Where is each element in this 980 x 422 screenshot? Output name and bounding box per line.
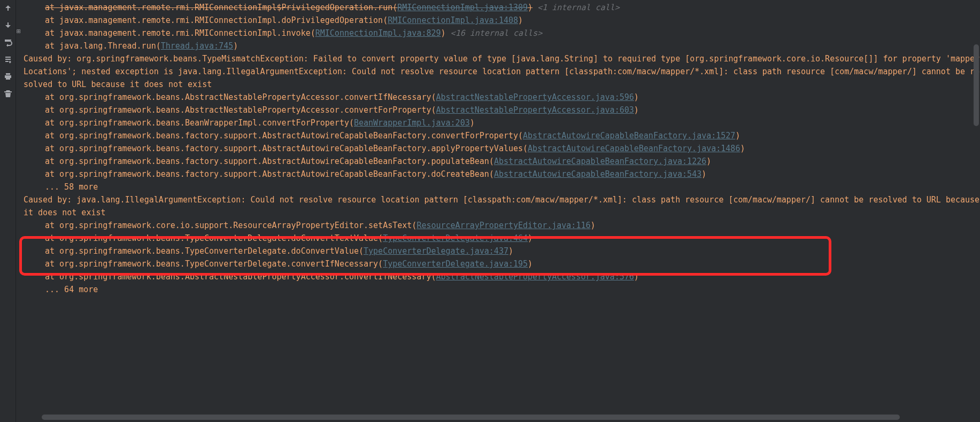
- stacktrace-source-link[interactable]: AbstractNestablePropertyAccessor.java:57…: [436, 272, 634, 282]
- stacktrace-source-link[interactable]: Thread.java:745: [161, 41, 233, 51]
- console-text: at org.springframework.beans.TypeConvert…: [45, 246, 364, 256]
- stacktrace-source-link[interactable]: AbstractAutowireCapableBeanFactory.java:…: [494, 169, 701, 179]
- console-text: ): [528, 3, 533, 12]
- console-text: ): [740, 144, 745, 153]
- console-line: at org.springframework.beans.AbstractNes…: [24, 104, 980, 116]
- console-text: at javax.management.remote.rmi.RMIConnec…: [45, 15, 388, 25]
- soft-wrap-icon[interactable]: [2, 36, 14, 48]
- console-text: at org.springframework.beans.TypeConvert…: [45, 233, 383, 243]
- stacktrace-source-link[interactable]: AbstractAutowireCapableBeanFactory.java:…: [523, 131, 735, 140]
- stacktrace-source-link[interactable]: RMIConnectionImpl.java:1408: [388, 15, 518, 25]
- stacktrace-source-link[interactable]: AbstractNestablePropertyAccessor.java:60…: [436, 105, 634, 115]
- console-text: ): [528, 259, 533, 269]
- console-output[interactable]: at javax.management.remote.rmi.RMIConnec…: [16, 0, 980, 422]
- vertical-scrollbar[interactable]: [974, 3, 979, 412]
- horizontal-scrollbar[interactable]: [42, 415, 975, 420]
- console-text: ): [528, 233, 533, 243]
- console-text: <16 internal calls>: [446, 28, 543, 38]
- stacktrace-source-link[interactable]: TypeConverterDelegate.java:195: [383, 259, 528, 269]
- console-line: at javax.management.remote.rmi.RMIConnec…: [24, 1, 980, 14]
- console-text: at org.springframework.beans.TypeConvert…: [45, 259, 383, 269]
- console-line: Caused by: java.lang.IllegalArgumentExce…: [24, 193, 980, 219]
- console-line: ... 64 more: [24, 283, 980, 296]
- console-line: at org.springframework.beans.AbstractNes…: [24, 270, 980, 283]
- console-line: at org.springframework.beans.factory.sup…: [24, 129, 980, 142]
- console-text: ): [441, 28, 446, 38]
- stacktrace-source-link[interactable]: RMIConnectionImpl.java:829: [315, 28, 441, 38]
- console-text: ): [735, 131, 740, 140]
- console-line: at org.springframework.beans.TypeConvert…: [24, 232, 980, 245]
- console-line: at javax.management.remote.rmi.RMIConnec…: [24, 27, 980, 40]
- console-text: ): [233, 41, 238, 51]
- stacktrace-source-link[interactable]: TypeConverterDelegate.java:464: [383, 233, 528, 243]
- stacktrace-source-link[interactable]: RMIConnectionImpl.java:1309: [397, 3, 528, 12]
- console-text: at org.springframework.beans.AbstractNes…: [45, 272, 436, 282]
- console-line: at org.springframework.beans.AbstractNes…: [24, 91, 980, 104]
- console-line: at javax.management.remote.rmi.RMIConnec…: [24, 14, 980, 27]
- stacktrace-source-link[interactable]: ResourceArrayPropertyEditor.java:116: [416, 221, 590, 230]
- console-output-wrap: ⊞ at javax.management.remote.rmi.RMIConn…: [16, 0, 980, 422]
- console-text: ): [706, 157, 711, 166]
- ide-console-panel: ⊞ at javax.management.remote.rmi.RMIConn…: [0, 0, 980, 422]
- arrow-down-icon[interactable]: [2, 19, 14, 31]
- console-text: at javax.management.remote.rmi.RMIConnec…: [45, 3, 397, 12]
- console-text: at org.springframework.beans.AbstractNes…: [45, 105, 436, 115]
- console-text: at javax.management.remote.rmi.RMIConnec…: [45, 28, 315, 38]
- console-text: Caused by: java.lang.IllegalArgumentExce…: [24, 195, 980, 217]
- stacktrace-source-link[interactable]: TypeConverterDelegate.java:437: [364, 246, 508, 256]
- stacktrace-source-link[interactable]: AbstractAutowireCapableBeanFactory.java:…: [528, 144, 740, 153]
- console-text: ): [590, 221, 595, 230]
- arrow-up-icon[interactable]: [2, 2, 14, 14]
- console-text: at java.lang.Thread.run(: [45, 41, 161, 51]
- console-line: at org.springframework.beans.factory.sup…: [24, 142, 980, 155]
- console-line: at org.springframework.beans.factory.sup…: [24, 168, 980, 181]
- console-text: at org.springframework.beans.factory.sup…: [45, 131, 523, 140]
- console-text: ): [470, 118, 475, 128]
- stacktrace-source-link[interactable]: AbstractNestablePropertyAccessor.java:59…: [436, 92, 634, 102]
- console-text: ): [634, 105, 639, 115]
- console-text: at org.springframework.beans.AbstractNes…: [45, 92, 436, 102]
- console-text: at org.springframework.beans.factory.sup…: [45, 144, 528, 153]
- console-line: at org.springframework.core.io.support.R…: [24, 219, 980, 232]
- console-text: ... 58 more: [45, 182, 98, 192]
- console-text: at org.springframework.core.io.support.R…: [45, 221, 416, 230]
- print-icon[interactable]: [2, 71, 14, 82]
- console-text: ): [634, 92, 639, 102]
- console-line: at java.lang.Thread.run(Thread.java:745): [24, 40, 980, 52]
- console-line: at org.springframework.beans.factory.sup…: [24, 155, 980, 168]
- console-line: at org.springframework.beans.TypeConvert…: [24, 257, 980, 270]
- horizontal-scrollbar-thumb[interactable]: [42, 415, 900, 420]
- stacktrace-source-link[interactable]: AbstractAutowireCapableBeanFactory.java:…: [494, 157, 706, 166]
- console-text: ): [508, 246, 513, 256]
- console-text: at org.springframework.beans.BeanWrapper…: [45, 118, 354, 128]
- console-text: at org.springframework.beans.factory.sup…: [45, 169, 494, 179]
- console-line: at org.springframework.beans.BeanWrapper…: [24, 116, 980, 129]
- stacktrace-source-link[interactable]: BeanWrapperImpl.java:203: [354, 118, 470, 128]
- console-text: ): [701, 169, 706, 179]
- console-text: ... 64 more: [45, 285, 98, 294]
- scroll-to-end-icon[interactable]: [2, 53, 14, 65]
- console-line: at org.springframework.beans.TypeConvert…: [24, 245, 980, 257]
- console-text: at org.springframework.beans.factory.sup…: [45, 157, 494, 166]
- trash-icon[interactable]: [2, 88, 14, 99]
- console-text: ): [518, 15, 523, 25]
- console-line: Caused by: org.springframework.beans.Typ…: [24, 52, 980, 91]
- vertical-scrollbar-thumb[interactable]: [974, 44, 979, 126]
- console-gutter: [0, 0, 16, 422]
- console-text: <1 internal call>: [533, 3, 620, 12]
- console-text: Caused by: org.springframework.beans.Typ…: [24, 54, 979, 89]
- console-text: ): [634, 272, 639, 282]
- console-line: ... 58 more: [24, 181, 980, 193]
